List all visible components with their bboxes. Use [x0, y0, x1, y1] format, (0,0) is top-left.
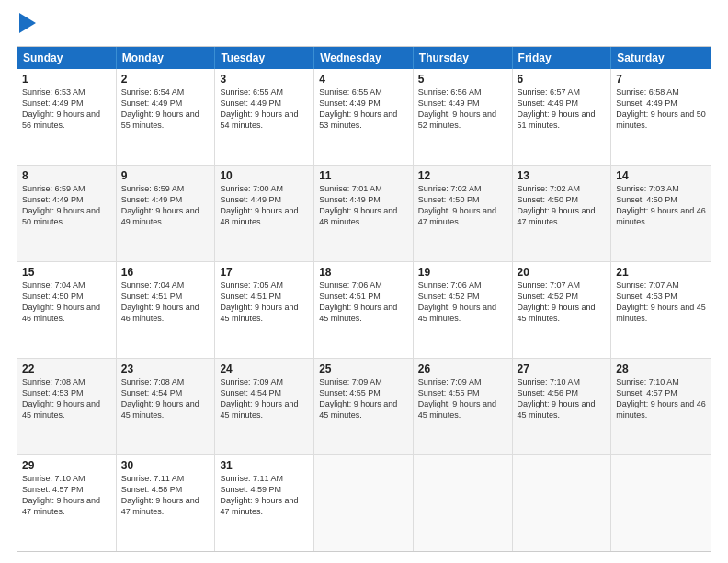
- day-cell-15: 15 Sunrise: 7:04 AMSunset: 4:50 PMDaylig…: [17, 262, 117, 358]
- day-cell-3: 3 Sunrise: 6:55 AMSunset: 4:49 PMDayligh…: [215, 69, 314, 165]
- day-info: Sunrise: 7:09 AMSunset: 4:55 PMDaylight:…: [418, 377, 496, 419]
- day-number: 29: [22, 459, 111, 472]
- day-cell-26: 26 Sunrise: 7:09 AMSunset: 4:55 PMDaylig…: [414, 359, 513, 454]
- day-cell-30: 30 Sunrise: 7:11 AMSunset: 4:58 PMDaylig…: [117, 455, 216, 551]
- day-info: Sunrise: 7:01 AMSunset: 4:49 PMDaylight:…: [319, 184, 397, 226]
- day-info: Sunrise: 7:11 AMSunset: 4:59 PMDaylight:…: [220, 474, 298, 516]
- day-cell-12: 12 Sunrise: 7:02 AMSunset: 4:50 PMDaylig…: [414, 166, 513, 261]
- day-number: 24: [220, 362, 309, 375]
- calendar-row-1: 1 Sunrise: 6:53 AMSunset: 4:49 PMDayligh…: [17, 69, 711, 166]
- day-number: 25: [319, 362, 408, 375]
- calendar-row-4: 22 Sunrise: 7:08 AMSunset: 4:53 PMDaylig…: [17, 359, 711, 455]
- day-info: Sunrise: 6:55 AMSunset: 4:49 PMDaylight:…: [220, 87, 298, 130]
- day-cell-28: 28 Sunrise: 7:10 AMSunset: 4:57 PMDaylig…: [611, 359, 711, 454]
- day-number: 3: [220, 73, 309, 86]
- day-info: Sunrise: 7:06 AMSunset: 4:51 PMDaylight:…: [319, 281, 397, 323]
- day-number: 28: [616, 362, 706, 375]
- day-number: 20: [518, 266, 607, 279]
- day-info: Sunrise: 7:10 AMSunset: 4:57 PMDaylight:…: [22, 474, 100, 516]
- day-info: Sunrise: 7:04 AMSunset: 4:50 PMDaylight:…: [22, 281, 100, 323]
- calendar: SundayMondayTuesdayWednesdayThursdayFrid…: [17, 46, 711, 552]
- day-info: Sunrise: 7:06 AMSunset: 4:52 PMDaylight:…: [418, 281, 496, 323]
- day-info: Sunrise: 7:00 AMSunset: 4:49 PMDaylight:…: [220, 184, 298, 226]
- day-cell-31: 31 Sunrise: 7:11 AMSunset: 4:59 PMDaylig…: [215, 455, 314, 551]
- svg-marker-0: [19, 13, 36, 33]
- day-cell-20: 20 Sunrise: 7:07 AMSunset: 4:52 PMDaylig…: [513, 262, 612, 358]
- day-cell-1: 1 Sunrise: 6:53 AMSunset: 4:49 PMDayligh…: [17, 69, 117, 165]
- day-info: Sunrise: 7:10 AMSunset: 4:56 PMDaylight:…: [518, 377, 596, 419]
- logo-arrow-icon: [19, 13, 36, 33]
- day-info: Sunrise: 7:07 AMSunset: 4:52 PMDaylight:…: [518, 281, 596, 323]
- day-number: 16: [121, 266, 210, 279]
- day-number: 27: [518, 362, 607, 375]
- day-info: Sunrise: 7:02 AMSunset: 4:50 PMDaylight:…: [518, 184, 596, 226]
- day-cell-16: 16 Sunrise: 7:04 AMSunset: 4:51 PMDaylig…: [117, 262, 216, 358]
- day-cell-24: 24 Sunrise: 7:09 AMSunset: 4:54 PMDaylig…: [215, 359, 314, 454]
- day-info: Sunrise: 6:56 AMSunset: 4:49 PMDaylight:…: [418, 87, 496, 130]
- empty-cell-4-5: [513, 455, 612, 551]
- day-number: 4: [319, 73, 408, 86]
- day-cell-5: 5 Sunrise: 6:56 AMSunset: 4:49 PMDayligh…: [414, 69, 513, 165]
- day-number: 10: [220, 169, 309, 182]
- day-number: 11: [319, 169, 408, 182]
- day-number: 21: [616, 266, 706, 279]
- calendar-body: 1 Sunrise: 6:53 AMSunset: 4:49 PMDayligh…: [17, 69, 711, 551]
- day-cell-27: 27 Sunrise: 7:10 AMSunset: 4:56 PMDaylig…: [513, 359, 612, 454]
- weekday-header-friday: Friday: [513, 47, 612, 69]
- day-cell-8: 8 Sunrise: 6:59 AMSunset: 4:49 PMDayligh…: [17, 166, 117, 261]
- day-number: 15: [22, 266, 111, 279]
- calendar-row-3: 15 Sunrise: 7:04 AMSunset: 4:50 PMDaylig…: [17, 262, 711, 359]
- day-cell-19: 19 Sunrise: 7:06 AMSunset: 4:52 PMDaylig…: [414, 262, 513, 358]
- day-number: 9: [121, 169, 210, 182]
- day-cell-22: 22 Sunrise: 7:08 AMSunset: 4:53 PMDaylig…: [17, 359, 117, 454]
- empty-cell-4-4: [414, 455, 513, 551]
- weekday-header-wednesday: Wednesday: [314, 47, 414, 69]
- day-info: Sunrise: 6:58 AMSunset: 4:49 PMDaylight:…: [616, 87, 706, 130]
- day-cell-4: 4 Sunrise: 6:55 AMSunset: 4:49 PMDayligh…: [314, 69, 414, 165]
- day-cell-7: 7 Sunrise: 6:58 AMSunset: 4:49 PMDayligh…: [611, 69, 711, 165]
- weekday-header-saturday: Saturday: [611, 47, 711, 69]
- day-cell-17: 17 Sunrise: 7:05 AMSunset: 4:51 PMDaylig…: [215, 262, 314, 358]
- day-info: Sunrise: 7:11 AMSunset: 4:58 PMDaylight:…: [121, 474, 199, 516]
- day-cell-23: 23 Sunrise: 7:08 AMSunset: 4:54 PMDaylig…: [117, 359, 216, 454]
- day-cell-6: 6 Sunrise: 6:57 AMSunset: 4:49 PMDayligh…: [513, 69, 612, 165]
- day-info: Sunrise: 6:57 AMSunset: 4:49 PMDaylight:…: [518, 87, 596, 130]
- day-cell-18: 18 Sunrise: 7:06 AMSunset: 4:51 PMDaylig…: [314, 262, 414, 358]
- day-number: 12: [418, 169, 507, 182]
- day-number: 7: [616, 73, 706, 86]
- day-info: Sunrise: 7:03 AMSunset: 4:50 PMDaylight:…: [616, 184, 706, 226]
- day-number: 13: [518, 169, 607, 182]
- day-cell-14: 14 Sunrise: 7:03 AMSunset: 4:50 PMDaylig…: [611, 166, 711, 261]
- calendar-row-5: 29 Sunrise: 7:10 AMSunset: 4:57 PMDaylig…: [17, 455, 711, 551]
- day-number: 26: [418, 362, 507, 375]
- day-cell-10: 10 Sunrise: 7:00 AMSunset: 4:49 PMDaylig…: [215, 166, 314, 261]
- day-cell-21: 21 Sunrise: 7:07 AMSunset: 4:53 PMDaylig…: [611, 262, 711, 358]
- day-cell-2: 2 Sunrise: 6:54 AMSunset: 4:49 PMDayligh…: [117, 69, 216, 165]
- day-cell-11: 11 Sunrise: 7:01 AMSunset: 4:49 PMDaylig…: [314, 166, 414, 261]
- day-cell-9: 9 Sunrise: 6:59 AMSunset: 4:49 PMDayligh…: [117, 166, 216, 261]
- day-info: Sunrise: 7:08 AMSunset: 4:53 PMDaylight:…: [22, 377, 100, 419]
- day-info: Sunrise: 6:53 AMSunset: 4:49 PMDaylight:…: [22, 87, 100, 130]
- weekday-header-thursday: Thursday: [414, 47, 513, 69]
- day-cell-25: 25 Sunrise: 7:09 AMSunset: 4:55 PMDaylig…: [314, 359, 414, 454]
- day-number: 30: [121, 459, 210, 472]
- day-number: 31: [220, 459, 309, 472]
- day-number: 17: [220, 266, 309, 279]
- logo: [17, 17, 36, 37]
- calendar-row-2: 8 Sunrise: 6:59 AMSunset: 4:49 PMDayligh…: [17, 166, 711, 262]
- day-number: 2: [121, 73, 210, 86]
- day-cell-13: 13 Sunrise: 7:02 AMSunset: 4:50 PMDaylig…: [513, 166, 612, 261]
- weekday-header-sunday: Sunday: [17, 47, 117, 69]
- day-info: Sunrise: 7:04 AMSunset: 4:51 PMDaylight:…: [121, 281, 199, 323]
- day-info: Sunrise: 6:54 AMSunset: 4:49 PMDaylight:…: [121, 87, 199, 130]
- day-info: Sunrise: 7:05 AMSunset: 4:51 PMDaylight:…: [220, 281, 298, 323]
- weekday-header-tuesday: Tuesday: [215, 47, 314, 69]
- day-info: Sunrise: 7:09 AMSunset: 4:54 PMDaylight:…: [220, 377, 298, 419]
- day-number: 6: [518, 73, 607, 86]
- day-info: Sunrise: 7:10 AMSunset: 4:57 PMDaylight:…: [616, 377, 706, 419]
- day-number: 8: [22, 169, 111, 182]
- calendar-header: SundayMondayTuesdayWednesdayThursdayFrid…: [17, 47, 711, 69]
- page: SundayMondayTuesdayWednesdayThursdayFrid…: [0, 0, 728, 563]
- day-info: Sunrise: 7:08 AMSunset: 4:54 PMDaylight:…: [121, 377, 199, 419]
- day-info: Sunrise: 6:59 AMSunset: 4:49 PMDaylight:…: [22, 184, 100, 226]
